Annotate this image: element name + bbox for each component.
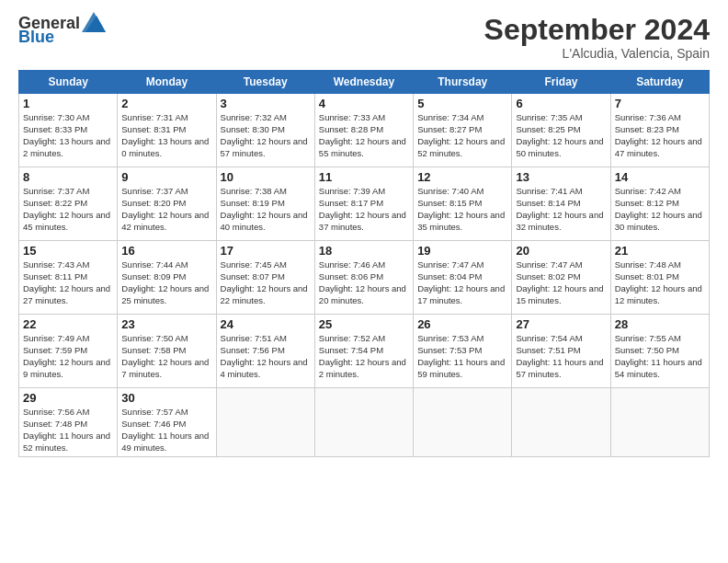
location: L'Alcudia, Valencia, Spain [484, 46, 710, 61]
sunset-text: Sunset: 8:31 PM [121, 124, 186, 134]
day-number: 28 [615, 317, 705, 331]
day-number: 18 [319, 244, 409, 258]
table-row: 10 Sunrise: 7:38 AM Sunset: 8:19 PM Dayl… [216, 167, 314, 241]
sunset-text: Sunset: 8:07 PM [221, 271, 285, 282]
title-block: September 2024 L'Alcudia, Valencia, Spai… [484, 14, 710, 61]
table-row: 20 Sunrise: 7:47 AM Sunset: 8:02 PM Dayl… [512, 241, 610, 315]
sunrise-text: Sunrise: 7:41 AM [516, 186, 582, 196]
sunrise-text: Sunrise: 7:37 AM [23, 186, 89, 196]
day-number: 22 [23, 317, 113, 331]
day-info: Sunrise: 7:45 AM Sunset: 8:07 PM Dayligh… [221, 259, 311, 306]
day-info: Sunrise: 7:53 AM Sunset: 7:53 PM Dayligh… [417, 333, 507, 380]
sunrise-text: Sunrise: 7:32 AM [221, 112, 287, 122]
sunset-text: Sunset: 7:53 PM [417, 345, 482, 355]
daylight-text: Daylight: 12 hours and 40 minutes. [221, 210, 308, 232]
day-info: Sunrise: 7:52 AM Sunset: 7:54 PM Dayligh… [319, 333, 409, 380]
day-number: 24 [221, 317, 311, 331]
sunset-text: Sunset: 8:33 PM [23, 124, 87, 134]
sunset-text: Sunset: 7:50 PM [615, 345, 679, 355]
sunset-text: Sunset: 8:12 PM [615, 198, 679, 208]
sunrise-text: Sunrise: 7:44 AM [121, 259, 188, 270]
table-row: 23 Sunrise: 7:50 AM Sunset: 7:58 PM Dayl… [118, 315, 216, 388]
day-number: 7 [615, 97, 705, 110]
day-number: 15 [23, 244, 113, 258]
daylight-text: Daylight: 12 hours and 55 minutes. [319, 136, 406, 158]
daylight-text: Daylight: 12 hours and 37 minutes. [319, 210, 406, 232]
day-number: 13 [516, 170, 606, 184]
sunrise-text: Sunrise: 7:54 AM [516, 333, 582, 343]
col-saturday: Saturday [610, 71, 709, 94]
sunset-text: Sunset: 8:06 PM [319, 271, 383, 282]
sunset-text: Sunset: 8:17 PM [319, 198, 383, 208]
day-info: Sunrise: 7:42 AM Sunset: 8:12 PM Dayligh… [615, 186, 705, 233]
col-sunday: Sunday [19, 71, 118, 94]
table-row [512, 388, 610, 457]
daylight-text: Daylight: 12 hours and 7 minutes. [121, 357, 209, 379]
day-info: Sunrise: 7:44 AM Sunset: 8:09 PM Dayligh… [121, 259, 211, 306]
sunset-text: Sunset: 7:59 PM [23, 345, 87, 355]
day-info: Sunrise: 7:55 AM Sunset: 7:50 PM Dayligh… [615, 333, 705, 380]
daylight-text: Daylight: 12 hours and 17 minutes. [417, 283, 505, 305]
sunset-text: Sunset: 8:22 PM [23, 198, 87, 208]
day-info: Sunrise: 7:32 AM Sunset: 8:30 PM Dayligh… [221, 112, 311, 159]
sunset-text: Sunset: 8:14 PM [516, 198, 580, 208]
sunset-text: Sunset: 8:20 PM [121, 198, 186, 208]
table-row: 2 Sunrise: 7:31 AM Sunset: 8:31 PM Dayli… [118, 94, 216, 167]
sunrise-text: Sunrise: 7:49 AM [23, 333, 89, 343]
day-number: 8 [23, 170, 113, 184]
day-info: Sunrise: 7:36 AM Sunset: 8:23 PM Dayligh… [615, 112, 705, 159]
daylight-text: Daylight: 12 hours and 42 minutes. [121, 210, 209, 232]
table-row: 16 Sunrise: 7:44 AM Sunset: 8:09 PM Dayl… [118, 241, 216, 315]
sunrise-text: Sunrise: 7:43 AM [23, 259, 89, 270]
day-info: Sunrise: 7:48 AM Sunset: 8:01 PM Dayligh… [615, 259, 705, 306]
daylight-text: Daylight: 11 hours and 49 minutes. [121, 431, 209, 453]
sunset-text: Sunset: 8:28 PM [319, 124, 383, 134]
table-row: 8 Sunrise: 7:37 AM Sunset: 8:22 PM Dayli… [19, 167, 118, 241]
table-row: 13 Sunrise: 7:41 AM Sunset: 8:14 PM Dayl… [512, 167, 610, 241]
table-row: 14 Sunrise: 7:42 AM Sunset: 8:12 PM Dayl… [610, 167, 709, 241]
daylight-text: Daylight: 12 hours and 35 minutes. [417, 210, 505, 232]
table-row: 11 Sunrise: 7:39 AM Sunset: 8:17 PM Dayl… [314, 167, 413, 241]
daylight-text: Daylight: 12 hours and 45 minutes. [23, 210, 110, 232]
sunrise-text: Sunrise: 7:30 AM [23, 112, 89, 122]
table-row: 17 Sunrise: 7:45 AM Sunset: 8:07 PM Dayl… [216, 241, 314, 315]
day-info: Sunrise: 7:39 AM Sunset: 8:17 PM Dayligh… [319, 186, 409, 233]
sunset-text: Sunset: 8:02 PM [516, 271, 580, 282]
col-monday: Monday [118, 71, 216, 94]
table-row [414, 388, 512, 457]
sunrise-text: Sunrise: 7:52 AM [319, 333, 385, 343]
table-row: 19 Sunrise: 7:47 AM Sunset: 8:04 PM Dayl… [414, 241, 512, 315]
day-info: Sunrise: 7:54 AM Sunset: 7:51 PM Dayligh… [516, 333, 606, 380]
sunrise-text: Sunrise: 7:37 AM [121, 186, 188, 196]
table-row: 25 Sunrise: 7:52 AM Sunset: 7:54 PM Dayl… [314, 315, 413, 388]
table-row: 24 Sunrise: 7:51 AM Sunset: 7:56 PM Dayl… [216, 315, 314, 388]
day-info: Sunrise: 7:57 AM Sunset: 7:46 PM Dayligh… [121, 407, 211, 454]
sunset-text: Sunset: 8:04 PM [417, 271, 482, 282]
calendar-week-row: 8 Sunrise: 7:37 AM Sunset: 8:22 PM Dayli… [19, 167, 710, 241]
daylight-text: Daylight: 12 hours and 50 minutes. [516, 136, 603, 158]
sunrise-text: Sunrise: 7:46 AM [319, 259, 385, 270]
day-number: 12 [417, 170, 507, 184]
sunrise-text: Sunrise: 7:50 AM [121, 333, 188, 343]
table-row: 6 Sunrise: 7:35 AM Sunset: 8:25 PM Dayli… [512, 94, 610, 167]
sunrise-text: Sunrise: 7:47 AM [516, 259, 582, 270]
table-row: 29 Sunrise: 7:56 AM Sunset: 7:48 PM Dayl… [19, 388, 118, 457]
table-row: 12 Sunrise: 7:40 AM Sunset: 8:15 PM Dayl… [414, 167, 512, 241]
day-number: 25 [319, 317, 409, 331]
sunrise-text: Sunrise: 7:34 AM [417, 112, 483, 122]
sunset-text: Sunset: 7:51 PM [516, 345, 580, 355]
day-info: Sunrise: 7:49 AM Sunset: 7:59 PM Dayligh… [23, 333, 113, 380]
daylight-text: Daylight: 12 hours and 15 minutes. [516, 283, 603, 305]
day-number: 21 [615, 244, 705, 258]
month-title: September 2024 [484, 14, 710, 46]
calendar-week-row: 29 Sunrise: 7:56 AM Sunset: 7:48 PM Dayl… [19, 388, 710, 457]
day-number: 4 [319, 97, 409, 110]
table-row [314, 388, 413, 457]
sunset-text: Sunset: 8:25 PM [516, 124, 580, 134]
day-number: 5 [417, 97, 507, 110]
sunrise-text: Sunrise: 7:40 AM [417, 186, 483, 196]
sunset-text: Sunset: 7:56 PM [221, 345, 285, 355]
calendar-header-row: Sunday Monday Tuesday Wednesday Thursday… [19, 71, 710, 94]
day-number: 9 [121, 170, 211, 184]
daylight-text: Daylight: 12 hours and 47 minutes. [615, 136, 702, 158]
